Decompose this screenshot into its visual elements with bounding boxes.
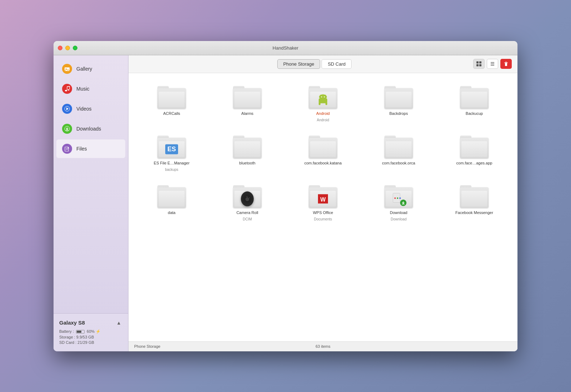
file-subtitle: backups (165, 168, 178, 172)
file-name: Backucup (466, 111, 483, 116)
list-item[interactable]: com.facebook.katana (287, 130, 359, 176)
minimize-button[interactable] (65, 46, 70, 50)
folder-body (157, 187, 186, 208)
svg-text:W: W (320, 197, 326, 203)
folder-inner (234, 92, 260, 107)
es-badge: ES (165, 143, 178, 156)
sidebar-item-files[interactable]: Files (56, 139, 125, 158)
sidebar-label-videos: Videos (76, 106, 92, 112)
list-item[interactable]: Backdrops (363, 80, 435, 126)
svg-rect-12 (476, 61, 479, 63)
list-item[interactable]: com.facebook.orca (363, 130, 435, 176)
file-subtitle: Download (391, 217, 406, 221)
list-item[interactable]: bluetooth (211, 130, 283, 176)
folder-body (460, 138, 489, 158)
list-item[interactable]: Facebook Messenger (438, 179, 510, 225)
folder-body (157, 88, 186, 109)
sidebar-label-downloads: Downloads (76, 126, 101, 132)
file-name: com.facebook.katana (304, 161, 342, 166)
gallery-icon (62, 64, 72, 74)
list-item[interactable]: data (136, 179, 208, 225)
folder-icon (384, 85, 413, 109)
android-robot-icon (317, 93, 329, 106)
file-toolbar: Phone Storage SD Card (128, 55, 517, 73)
file-name: Backdrops (389, 111, 408, 116)
eject-button[interactable]: ▲ (115, 319, 122, 326)
statusbar-path: Phone Storage (134, 344, 160, 348)
sidebar: Gallery Music Videos Downl (54, 55, 128, 351)
svg-point-3 (68, 89, 70, 91)
list-item[interactable]: ACRCalls (136, 80, 208, 126)
folder-inner (461, 141, 487, 157)
folder-inner (310, 141, 336, 157)
svg-point-2 (65, 90, 67, 91)
folder-body (233, 88, 262, 109)
file-name: WPS Office (313, 210, 333, 215)
device-info: Galaxy S8 ▲ Battery : 60% ⚡ Storage : 9.… (54, 313, 128, 351)
sidebar-item-downloads[interactable]: Downloads (56, 119, 125, 138)
svg-rect-15 (479, 64, 481, 66)
file-name: com.facebook.orca (382, 161, 415, 166)
sidebar-spacer (54, 159, 128, 313)
es-icon: ES (165, 144, 178, 154)
svg-rect-38 (393, 193, 400, 203)
list-item[interactable]: Backucup (438, 80, 510, 126)
folder-body (233, 187, 262, 208)
maximize-button[interactable] (73, 46, 77, 50)
storage-tabs: Phone Storage SD Card (277, 59, 352, 69)
folder-icon (309, 134, 337, 158)
file-panel: Phone Storage SD Card (128, 55, 517, 351)
list-icon (490, 61, 495, 67)
sidebar-item-videos[interactable]: Videos (56, 100, 125, 118)
window-title: HandShaker (273, 45, 298, 51)
file-name: Download (390, 210, 408, 215)
list-item[interactable]: Android Android (287, 80, 359, 126)
sidebar-label-gallery: Gallery (76, 66, 92, 72)
list-item[interactable]: ES ES File E…Manager backups (136, 130, 208, 176)
list-item[interactable]: W WPS Office Documents (287, 179, 359, 225)
folder-body (309, 88, 337, 109)
sd-card-tab[interactable]: SD Card (322, 59, 352, 69)
file-name: ES File E…Manager (154, 161, 190, 166)
close-button[interactable] (58, 46, 62, 50)
list-view-button[interactable] (487, 59, 498, 69)
folder-inner (386, 92, 411, 107)
grid-view-button[interactable] (473, 59, 485, 69)
download-arrow-svg (401, 201, 405, 205)
download-green-circle (400, 200, 406, 206)
folder-body (384, 138, 413, 158)
videos-icon (62, 104, 72, 114)
list-item[interactable]: com.face…ages.app (438, 130, 510, 176)
grid-icon (476, 61, 482, 67)
wps-svg: W (316, 194, 330, 204)
camera-svg (243, 196, 251, 202)
file-subtitle: DCIM (243, 217, 252, 221)
sidebar-label-files: Files (76, 146, 87, 152)
trash-icon (503, 61, 509, 67)
list-item[interactable]: Camera Roll DCIM (211, 179, 283, 225)
list-item[interactable]: Alarms (211, 80, 283, 126)
sdcard-stat: SD Card : 21/29 GB (59, 340, 122, 345)
sidebar-item-music[interactable]: Music (56, 80, 125, 98)
svg-point-34 (247, 198, 248, 200)
sidebar-item-gallery[interactable]: Gallery (56, 60, 125, 78)
delete-button[interactable] (500, 59, 512, 69)
folder-body: W (309, 187, 337, 208)
app-window: HandShaker Gallery Music (54, 41, 517, 351)
wps-icon: W (316, 192, 330, 207)
folder-icon (233, 134, 262, 158)
folder-icon (233, 85, 262, 109)
storage-stat: Storage : 9.9/53 GB (59, 335, 122, 339)
folder-icon (460, 134, 489, 158)
phone-storage-tab[interactable]: Phone Storage (277, 59, 320, 69)
folder-inner (461, 191, 487, 207)
file-name: ACRCalls (163, 111, 180, 116)
folder-inner (234, 141, 260, 157)
svg-point-41 (399, 198, 401, 199)
folder-inner (461, 92, 487, 107)
list-item[interactable]: Download Download (363, 179, 435, 225)
statusbar: Phone Storage 63 items (128, 341, 517, 351)
folder-body (460, 187, 489, 208)
battery-bar (76, 330, 85, 334)
svg-point-36 (249, 198, 250, 198)
